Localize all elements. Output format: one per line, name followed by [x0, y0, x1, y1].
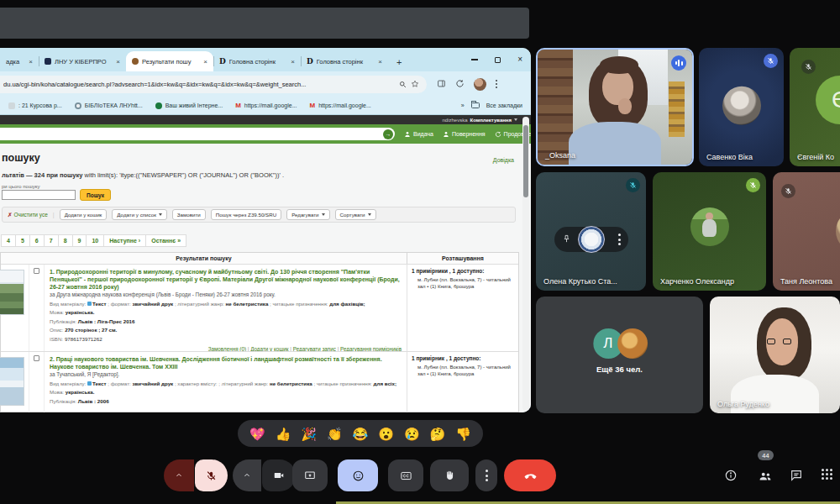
- mic-options-chevron[interactable]: [164, 459, 194, 491]
- next-page-button[interactable]: Наступне ›: [103, 234, 146, 247]
- mic-mute-button[interactable]: [195, 459, 228, 491]
- page-5[interactable]: 5: [15, 234, 30, 247]
- activities-button[interactable]: [822, 469, 832, 480]
- edit-record-link[interactable]: Редагувати запис: [293, 346, 336, 351]
- place-hold-button[interactable]: Замовити: [172, 209, 206, 220]
- participant-tile-tanya[interactable]: Таня Леонтова: [773, 172, 840, 291]
- bookmark-item[interactable]: Mhttps://mail.google...: [309, 102, 370, 109]
- reaction-joy[interactable]: 😂: [353, 428, 369, 440]
- search-button[interactable]: Пошук: [80, 189, 111, 201]
- help-link[interactable]: Довідка: [493, 157, 514, 163]
- clear-all-button[interactable]: ✗Очистити усе: [8, 212, 48, 218]
- camera-options-chevron[interactable]: [233, 459, 261, 491]
- page-4[interactable]: 4: [1, 234, 16, 247]
- raise-hand-button[interactable]: [430, 459, 469, 491]
- camera-button[interactable]: [262, 459, 296, 491]
- bookmark-star-icon[interactable]: [411, 76, 419, 92]
- sort-button[interactable]: Сортувати: [335, 209, 376, 220]
- reaction-cry[interactable]: 😢: [404, 428, 420, 440]
- refine-search-input[interactable]: [2, 190, 76, 200]
- in-page-search-icon[interactable]: [399, 76, 407, 92]
- page-10[interactable]: 10: [86, 234, 104, 247]
- reaction-wow[interactable]: 😮: [378, 428, 394, 440]
- profile-avatar[interactable]: [474, 78, 486, 91]
- end-call-button[interactable]: [504, 459, 556, 491]
- tab-home-1[interactable]: D Головна сторінк ×: [213, 51, 301, 71]
- edit-button[interactable]: Редагувати: [286, 209, 329, 220]
- result-title-link[interactable]: 2. Праці наукового товариства ім. Шевчен…: [50, 355, 402, 370]
- address-bar[interactable]: du.ua/cgi-bin/koha/catalogue/search.pl?a…: [0, 76, 427, 93]
- bookmark-item[interactable]: Mhttps://mail.google...: [235, 102, 297, 109]
- more-participants-tile[interactable]: Л Ещё 36 чел.: [536, 297, 703, 413]
- window-minimize-button[interactable]: [471, 59, 478, 60]
- result-checkbox[interactable]: [34, 355, 39, 361]
- participant-tile-oksana[interactable]: _Oksana: [536, 48, 694, 166]
- koha-username[interactable]: ndizhevska: [442, 118, 467, 123]
- reaction-thumbs-down[interactable]: 👎: [455, 428, 471, 440]
- participant-tile-savenko[interactable]: Савенко Віка: [699, 48, 784, 166]
- meeting-details-button[interactable]: [724, 469, 738, 486]
- bookmark-item[interactable]: БІБЛІоТЕКА ЛНУhtt...: [75, 102, 143, 109]
- participant-tile-kharchenko[interactable]: Харченко Олександр: [653, 172, 766, 291]
- nav-checkin[interactable]: Повернення: [443, 131, 486, 138]
- scrollbar-thumb[interactable]: [523, 125, 528, 197]
- reaction-think[interactable]: 🤔: [430, 428, 446, 440]
- all-bookmarks-button[interactable]: Все закладки: [486, 102, 522, 108]
- url-text[interactable]: du.ua/cgi-bin/koha/catalogue/search.pl?a…: [3, 81, 395, 88]
- tile-menu-icon[interactable]: [618, 234, 621, 245]
- book-cover-thumbnail[interactable]: [0, 357, 24, 406]
- z3950-search-button[interactable]: Пошук через Z39.50/SRU: [211, 209, 281, 220]
- add-to-cart-button[interactable]: Додати у кошик: [60, 209, 108, 220]
- reaction-clap[interactable]: 👏: [327, 428, 343, 440]
- pin-icon[interactable]: [562, 232, 571, 247]
- bookmarks-overflow-chevron[interactable]: »: [461, 102, 465, 108]
- participant-tile-olga[interactable]: Ольга Руденко: [710, 297, 840, 413]
- koha-search-input[interactable]: →: [0, 128, 395, 140]
- tab-close-icon[interactable]: ×: [203, 58, 207, 66]
- more-options-button[interactable]: [475, 459, 497, 491]
- window-maximize-button[interactable]: [495, 57, 501, 63]
- bookmark-item[interactable]: : 21 Курсова р...: [8, 102, 62, 109]
- result-title-link[interactable]: 1. Природоохоронні території в минулому,…: [50, 268, 402, 291]
- result-checkbox[interactable]: [34, 268, 39, 274]
- reaction-party[interactable]: 🎉: [301, 428, 317, 440]
- side-panel-icon[interactable]: [437, 76, 446, 92]
- present-button[interactable]: [292, 459, 328, 491]
- page-7[interactable]: 7: [44, 234, 59, 247]
- edit-items-link[interactable]: Редагування примірників: [340, 346, 402, 351]
- holds-link[interactable]: Замовлення (0): [208, 346, 246, 351]
- tab-bookmarks-partial[interactable]: адка ×: [0, 51, 39, 71]
- tab-close-icon[interactable]: ×: [116, 58, 120, 66]
- koha-module[interactable]: Комплектування: [470, 118, 512, 123]
- add-to-list-button[interactable]: Додати у список: [112, 209, 167, 220]
- result-language: Мова: українська.: [50, 309, 402, 315]
- people-button[interactable]: [758, 469, 773, 487]
- browser-menu-icon[interactable]: [496, 80, 497, 87]
- captions-button[interactable]: [388, 459, 423, 491]
- koha-search-submit-button[interactable]: →: [383, 129, 393, 139]
- history-sync-icon[interactable]: [455, 76, 465, 92]
- tab-search-results[interactable]: Результати пошу ×: [126, 51, 213, 71]
- page-scrollbar[interactable]: [522, 117, 529, 411]
- page-8[interactable]: 8: [58, 234, 73, 247]
- tab-lnu-cyber[interactable]: ЛНУ У КІБЕРПРО ×: [39, 51, 126, 71]
- tab-home-2[interactable]: D Головна сторінк ×: [301, 51, 388, 71]
- reaction-heart[interactable]: 💖: [249, 428, 265, 440]
- bookmark-item[interactable]: Ваш живий Інтерне...: [155, 102, 223, 109]
- nav-checkout[interactable]: Видача: [404, 131, 433, 138]
- page-6[interactable]: 6: [29, 234, 45, 247]
- tab-close-icon[interactable]: ×: [378, 58, 382, 66]
- reaction-thumbs-up[interactable]: 👍: [276, 428, 291, 440]
- page-9[interactable]: 9: [72, 234, 87, 247]
- book-cover-thumbnail[interactable]: [0, 270, 24, 315]
- participant-tile-evgen[interactable]: Є Євгеній Ко: [790, 48, 840, 166]
- add-to-cart-link[interactable]: Додати у кошик: [250, 346, 288, 351]
- participant-tile-olena[interactable]: Олена Крутько Ста...: [536, 172, 646, 291]
- tab-close-icon[interactable]: ×: [29, 58, 33, 66]
- reactions-button[interactable]: [338, 459, 378, 491]
- last-page-button[interactable]: Останнє »: [145, 234, 186, 247]
- tab-close-icon[interactable]: ×: [291, 58, 295, 66]
- window-close-button[interactable]: ×: [517, 55, 522, 64]
- new-tab-button[interactable]: +: [396, 57, 402, 67]
- chat-button[interactable]: [790, 469, 803, 486]
